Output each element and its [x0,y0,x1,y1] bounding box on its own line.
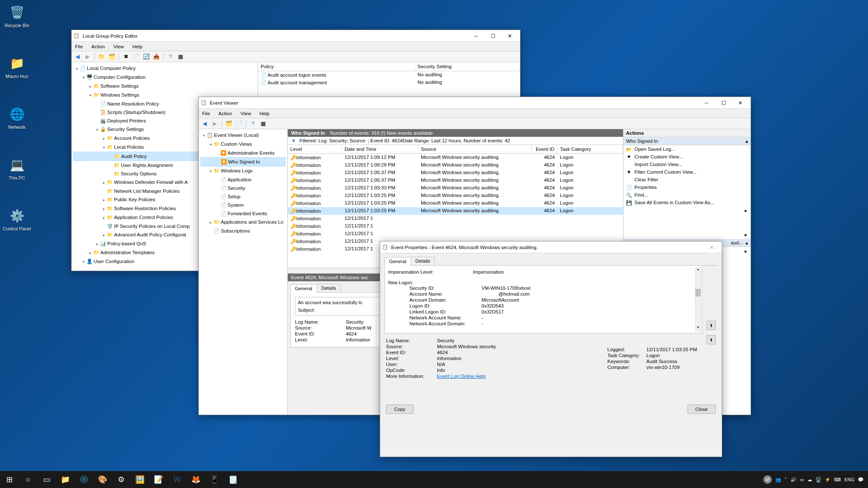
column-source[interactable]: Source [418,145,532,153]
column-task-category[interactable]: Task Category [557,145,623,153]
action-item[interactable]: Import Custom View... [623,161,751,168]
event-row[interactable]: 🔑Information12/11/2017 1:09:12 PMMicroso… [288,154,623,161]
action-item[interactable]: ▼Create Custom View... [623,153,751,161]
delete-button[interactable]: ✖ [122,53,130,61]
start-button[interactable]: ⊞ [0,471,19,488]
back-button[interactable]: ◀ [73,53,82,61]
forward-button[interactable]: ▶ [211,119,219,128]
event-row[interactable]: 🔑Information12/11/2017 1 [288,222,623,230]
menu-help[interactable]: Help [131,43,144,50]
tree-node[interactable]: ▾📁Windows Logs [200,166,286,175]
menu-view[interactable]: View [239,110,253,117]
file-explorer-button[interactable]: 📁 [56,471,75,488]
maximize-button[interactable]: ☐ [484,30,501,42]
action-center-icon[interactable]: 💬 [858,477,864,482]
tree-node[interactable]: 📄Forwarded Events [200,209,286,218]
firefox-button[interactable]: 🦊 [186,471,205,488]
close-button[interactable]: ✕ [732,97,749,108]
event-row[interactable]: 🔑Information12/11/2017 1 [288,215,623,222]
expand-icon[interactable]: ▾ [208,167,213,175]
expand-icon[interactable]: ▸ [101,205,106,213]
tree-node[interactable]: ▾📋Event Viewer (Local) [200,131,286,140]
action-item[interactable]: 📂Open Saved Log... [623,145,751,153]
desktop-icon-user-folder[interactable]: 📁Mauro Huc [2,54,32,79]
eventviewer-tree[interactable]: ▾📋Event Viewer (Local)▾📁Custom Views🔽Adm… [199,129,288,415]
close-button[interactable]: ✕ [501,30,518,42]
event-row[interactable]: 🔑Information12/11/2017 1:03:25 PMMicroso… [288,207,623,215]
word-button[interactable]: W [168,471,186,488]
close-button[interactable]: Close [687,405,716,414]
sticky-notes-button[interactable]: 🗒️ [224,471,242,488]
tree-node[interactable]: 📄Application [200,175,286,184]
event-row[interactable]: 🔑Information12/11/2017 1:03:25 PMMicroso… [288,192,623,200]
user-icon[interactable]: M [763,475,772,484]
expand-icon[interactable]: ▸ [88,83,93,90]
collapse-icon[interactable]: ▴ [746,240,748,246]
tab-details[interactable]: Details [317,284,341,292]
column-level[interactable]: Level [288,145,342,153]
menu-help[interactable]: Help [258,110,271,117]
expand-icon[interactable]: ▾ [201,132,206,139]
action-item[interactable]: 🔍Find... [623,191,751,199]
show-hide-tree-button[interactable]: 🗂️ [225,119,233,128]
event-row[interactable]: 🔑Information12/11/2017 1:05:37 PMMicroso… [288,177,623,184]
minimize-button[interactable]: ─ [698,97,715,108]
policy-row[interactable]: 📄 Audit account managementNo auditing [258,79,520,86]
tree-node[interactable]: ▾📄Local Computer Policy [73,64,256,73]
expand-icon[interactable]: ▸ [101,231,106,239]
minimize-button[interactable]: ─ [467,30,484,42]
expand-icon[interactable]: ▾ [208,141,213,148]
expand-icon[interactable]: ▸ [95,240,100,248]
action-item[interactable]: Clear Filter [623,176,751,183]
eventprops-titlebar[interactable]: 📋 Event Properties - Event 4624, Microso… [380,241,722,253]
scroll-thumb[interactable] [696,289,701,297]
tray-chevron-icon[interactable]: ˄ [785,477,787,482]
tab-general[interactable]: General [384,257,411,266]
event-row[interactable]: 🔑Information12/11/2017 1 [288,230,623,238]
cortana-button[interactable]: ○ [19,471,37,488]
task-view-button[interactable]: ▭ [37,471,56,488]
menu-file[interactable]: File [200,110,212,117]
show-hide-tree-button[interactable]: 🗂️ [108,53,116,61]
previous-event-button[interactable]: ⬆ [707,321,716,330]
notepad-button[interactable]: 📝 [149,471,168,488]
tab-general[interactable]: General [290,284,317,293]
expand-icon[interactable]: ▾ [88,92,93,99]
column-policy[interactable]: Policy [258,62,415,71]
expand-icon[interactable]: ▸ [101,196,106,204]
column-security-setting[interactable]: Security Setting [415,62,520,71]
extra-button[interactable]: ▦ [259,119,267,128]
up-button[interactable]: 📁 [97,53,106,61]
scroll-right-icon[interactable]: ▸ [745,248,747,254]
scroll-up-icon[interactable]: ▴ [695,267,701,273]
eventviewer-titlebar[interactable]: 📋 Event Viewer ─ ☐ ✕ [199,97,751,109]
action-item[interactable]: 💾Save All Events in Custom View As... [623,199,751,206]
help-button[interactable]: ? [249,119,257,128]
maximize-button[interactable]: ☐ [715,97,732,108]
scroll-down-icon[interactable]: ▾ [695,325,701,331]
column-date[interactable]: Date and Time [342,145,418,153]
tree-node[interactable]: 📄Subscriptions [200,227,286,235]
desktop-icon-recycle-bin[interactable]: 🗑️Recycle Bin [2,3,32,28]
properties-button[interactable]: 📄 [132,53,140,61]
language-indicator[interactable]: ENG [844,477,854,482]
expand-icon[interactable]: ▸ [101,214,106,222]
photos-button[interactable]: 🖼️ [131,471,149,488]
event-row[interactable]: 🔑Information12/11/2017 1:03:25 PMMicroso… [288,200,623,207]
forward-button[interactable]: ▶ [83,53,92,61]
event-log-help-link[interactable]: Event Log Online Help [437,374,486,379]
tree-node[interactable]: ▾🖥️Computer Configuration [73,73,256,82]
expand-icon[interactable]: ▾ [81,74,86,81]
extra-button[interactable]: ▦ [176,53,185,61]
copy-button[interactable]: Copy [386,405,414,414]
help-button[interactable]: ? [166,53,175,61]
edge-button[interactable]: ⓔ [75,471,93,488]
onedrive-icon[interactable]: ☁ [807,477,812,482]
desktop-icon-this-pc[interactable]: 💻This PC [2,156,32,180]
scroll-right-icon[interactable]: ▸ [745,232,747,238]
desktop-icon-network[interactable]: 🌐Network [2,105,32,130]
volume-icon[interactable]: 🔊 [790,477,796,482]
menu-file[interactable]: File [73,43,85,50]
tree-node[interactable]: 🔽Who Signed In [200,157,286,166]
action-item[interactable]: 📄Properties [623,183,751,191]
